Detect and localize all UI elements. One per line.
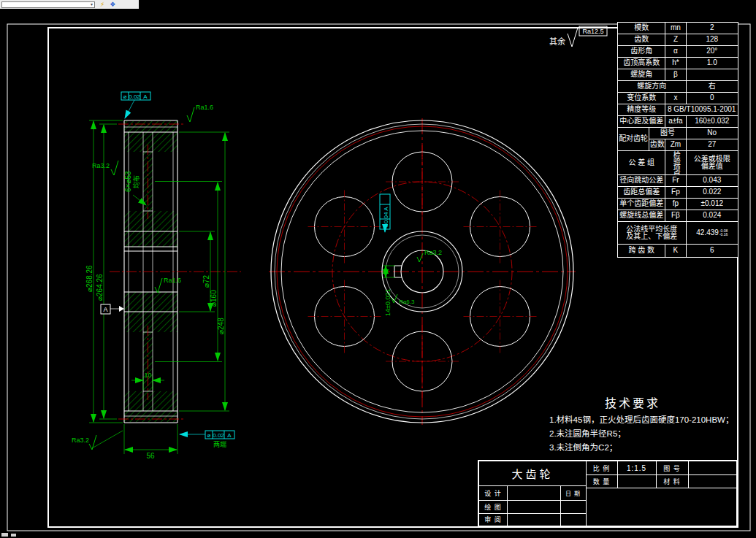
tech-req-line: 1.材料45钢，正火处理后齿面硬度170-210HBW； <box>549 413 741 425</box>
roughness-ra32-left: Ra3.2 <box>92 162 110 169</box>
param-row: 螺旋方向 右 <box>618 81 738 93</box>
divider <box>688 461 689 488</box>
app-toolbar-fragment: ▾ ⚡ ❖ <box>0 0 139 9</box>
dim-od-label: ⌀268.26 <box>85 265 93 292</box>
tol-top-datum: A <box>143 93 148 100</box>
tolerance-value: 0.024 <box>686 210 738 222</box>
param-row: 齿顶高系数 h* 1.0 <box>618 58 738 69</box>
tolerance-value-header-l2: 偏差值 <box>687 163 738 171</box>
param-symbol: Z <box>665 34 686 46</box>
param-value: 右 <box>686 81 738 93</box>
paired-gear-row: 配对齿轮 图号 No <box>618 128 738 139</box>
tolerance-value: ±0.012 <box>686 199 738 210</box>
surface-note-prefix: 其余 <box>549 36 565 46</box>
centerlines <box>110 124 241 419</box>
roughness-ra16-top: Ra1.6 <box>196 104 213 111</box>
roughness-ra32-front: Ra3.2 <box>424 249 442 256</box>
scale-label: 比 例 <box>586 461 617 474</box>
cad-application-screen: ▾ ⚡ ❖ <box>0 0 756 538</box>
toolbar-diamond-icon[interactable]: ❖ <box>110 1 115 8</box>
tech-req-line: 2.未注圆角半径R5； <box>549 427 741 439</box>
normal-length-label: 公法线平均长度 及其上、下偏差 <box>618 222 687 245</box>
tolerance-item-header: 检验项目代号 <box>665 151 686 175</box>
param-symbol: α <box>665 46 686 58</box>
toolbar-bolt-icon[interactable]: ⚡ <box>100 1 104 8</box>
tech-req-title: 技术要求 <box>605 393 741 411</box>
divider <box>507 485 508 526</box>
normal-length-number: 42.439 <box>696 228 719 237</box>
tolerance-value: 0.043 <box>686 175 738 187</box>
param-value: 20° <box>686 46 738 58</box>
left-section-view <box>110 120 241 423</box>
tolerance-row: 齿距总偏差 Fp 0.022 <box>618 187 738 199</box>
material-label: 材 料 <box>656 474 688 488</box>
param-label: 螺旋方向 <box>618 81 687 93</box>
tech-req-line: 3.未注倒角为C2； <box>549 441 741 453</box>
drawing-no-label: 图 号 <box>656 461 688 474</box>
paired-teeth-symbol: Zm <box>665 139 686 151</box>
param-symbol: β <box>665 69 686 81</box>
title-block: 大齿轮 设 计 绘 图 审 阅 日 期 比 例 1:1.5 图 号 数 量 材 … <box>478 460 738 527</box>
dim-bolt-circle-label: ⌀160 <box>210 290 218 307</box>
normal-length-lower-dev: -0.16 <box>719 233 728 237</box>
tolerance-symbol: Fβ <box>665 210 686 222</box>
tol-top-value: 0.02 <box>129 93 140 100</box>
param-label: 齿顶高系数 <box>618 58 665 69</box>
divider <box>586 488 736 488</box>
param-label: 精度等级 <box>618 104 665 116</box>
param-row: 精度等级 8 GB/T10095.1-2001 <box>618 104 738 116</box>
paired-teeth-value: 27 <box>686 139 738 151</box>
normal-length-row: 公法线平均长度 及其上、下偏差 42.439-0.08-0.16 <box>618 222 738 245</box>
tol-top-symbol: ⌀ <box>123 93 127 100</box>
scale-value: 1:1.5 <box>617 461 656 474</box>
param-value <box>686 69 738 81</box>
span-teeth-label: 跨 齿 数 <box>618 245 665 258</box>
tol-bottom-value: 0.02 <box>213 432 224 439</box>
dim-hub-label: ⌀72 <box>202 274 210 288</box>
tolerance-row: 单个齿距偏差 fp ±0.012 <box>618 199 738 210</box>
dim-holes-note: 均布 <box>132 175 140 188</box>
dim-pitch-label: ⌀264.26 <box>96 274 104 301</box>
roughness-ra63-keyway: Ra6.3 <box>399 299 415 305</box>
layer-dropdown[interactable]: ▾ <box>1 1 95 8</box>
dim-width-label: 56 <box>146 452 155 460</box>
tolerance-value: 0.022 <box>686 187 738 199</box>
tol-face-note: 两端 <box>213 440 226 448</box>
dim-keyway-label: 14±0.021 <box>384 289 392 316</box>
tolerance-label: 径向跳动公差 <box>618 175 665 187</box>
tolerance-label: 单个齿距偏差 <box>618 199 665 210</box>
datum-flag: A <box>101 304 124 314</box>
tolerance-symbol: fp <box>665 199 686 210</box>
dim-web-label: 10 <box>144 372 151 379</box>
param-label: 变位系数 <box>618 93 665 104</box>
tolerance-symbol: Fr <box>665 175 686 187</box>
tolerance-row: 螺旋线总偏差 Fβ 0.024 <box>618 210 738 222</box>
general-surface-note: 其余 Ra12.5 <box>549 26 607 47</box>
roughness-ra32-bottom: Ra3.2 <box>72 437 89 444</box>
paired-teeth-label: 齿数 <box>649 139 665 151</box>
param-label: 模数 <box>618 23 665 34</box>
tolerance-value-header: 公差或极限 偏差值 <box>686 151 738 175</box>
datum-label: A <box>103 306 107 313</box>
tolerance-label: 齿距总偏差 <box>618 187 665 199</box>
front-view <box>269 118 576 425</box>
surface-note-value: Ra12.5 <box>582 28 603 35</box>
paired-drawing-no-label: 图号 <box>649 128 686 139</box>
tolerance-row: 径向跳动公差 Fr 0.043 <box>618 175 738 187</box>
review-label: 审 阅 <box>479 513 507 526</box>
tolerance-group-header: 公 差 组 <box>618 151 665 175</box>
part-name: 大齿轮 <box>479 461 586 485</box>
tolerance-label: 螺旋线总偏差 <box>618 210 665 222</box>
param-row: 齿数 Z 128 <box>618 34 738 46</box>
param-row: 齿形角 α 20° <box>618 46 738 58</box>
param-row: 变位系数 x 0 <box>618 93 738 104</box>
span-teeth-value: 6 <box>686 245 738 258</box>
date-label: 日 期 <box>560 485 586 500</box>
roughness-ra16-bore: Ra1.6 <box>164 277 181 284</box>
param-label: 螺旋角 <box>618 69 665 81</box>
param-symbol: a±fa <box>665 116 686 128</box>
param-value: 8 GB/T10095.1-2001 <box>665 104 738 116</box>
draw-label: 绘 图 <box>479 500 507 513</box>
design-label: 设 计 <box>479 485 507 500</box>
param-symbol: h* <box>665 58 686 69</box>
